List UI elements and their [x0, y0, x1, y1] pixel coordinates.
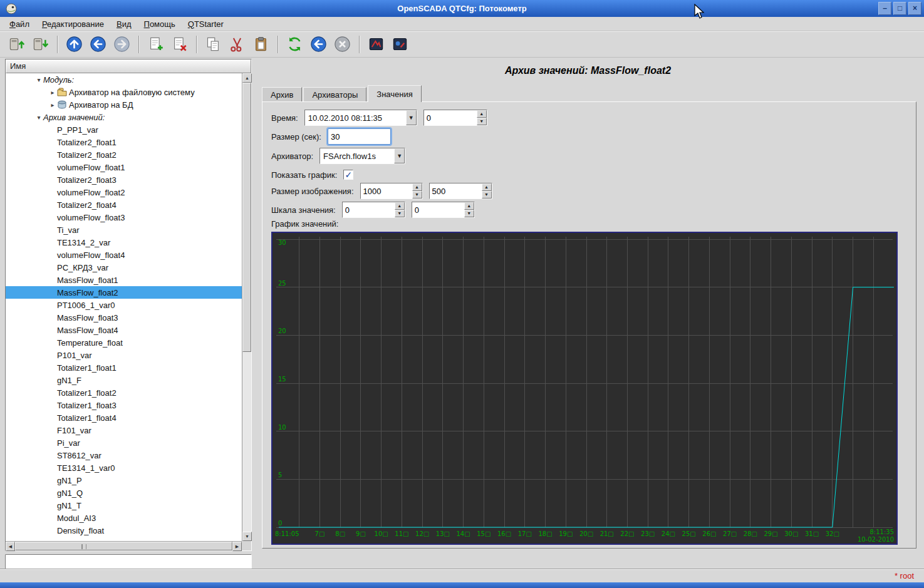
tree-item[interactable]: Totalizer2_float4 — [6, 199, 242, 211]
chevron-down-icon[interactable]: ▼ — [406, 110, 417, 125]
time-combobox[interactable]: 10.02.2010 08:11:35 ▼ — [304, 110, 417, 126]
update-start-button[interactable] — [307, 34, 330, 55]
menu-item-3[interactable]: Вид — [111, 18, 137, 30]
spin-up-icon[interactable]: ▲ — [464, 202, 474, 210]
tab-archivators[interactable]: Архиваторы — [303, 87, 366, 101]
vertical-scroll-thumb[interactable] — [242, 83, 251, 352]
tree-item[interactable]: ▸Архиватор на БД — [6, 98, 242, 111]
up-button[interactable] — [63, 34, 85, 55]
menu-item-5[interactable]: QTStarter — [182, 18, 229, 30]
scroll-right-button[interactable]: ▶ — [232, 542, 242, 551]
save-button[interactable] — [29, 34, 51, 55]
tree-filter-input[interactable] — [5, 554, 252, 569]
scale-from-spinner[interactable]: ▲▼ — [342, 202, 405, 218]
tree-item[interactable]: F101_var — [6, 424, 242, 436]
scroll-down-button[interactable]: ▼ — [242, 532, 252, 541]
tab-archive[interactable]: Архив — [262, 87, 302, 101]
scroll-up-button[interactable]: ▲ — [242, 73, 252, 83]
tree-item[interactable]: Totalizer2_float1 — [6, 136, 242, 148]
tree-item[interactable]: MassFlow_float1 — [6, 274, 242, 286]
svg-text:29□: 29□ — [764, 530, 778, 537]
tree-item[interactable]: Temperature_float — [6, 336, 242, 349]
tree-item[interactable]: Pi_var — [6, 436, 242, 449]
tree-item[interactable]: ST8612_var — [6, 449, 242, 462]
tree-item[interactable]: ▸Архиватор на файловую систему — [6, 86, 242, 98]
scroll-left-button[interactable]: ◀ — [6, 542, 15, 551]
vertical-scrollbar[interactable]: ▲ ▼ — [242, 73, 251, 541]
tree-item[interactable]: TE1314_2_var — [6, 236, 242, 249]
tree-item[interactable]: Modul_AI3 — [6, 512, 242, 524]
scale-to-spinner[interactable]: ▲▼ — [412, 202, 475, 218]
horizontal-scrollbar[interactable]: ◀ ▶ — [6, 541, 242, 550]
tree-item[interactable]: gN1_Q — [6, 487, 242, 499]
tree-item[interactable]: MassFlow_float2 — [6, 286, 242, 299]
menu-item-1[interactable]: Файл — [4, 18, 35, 30]
paste-button[interactable] — [249, 34, 272, 55]
tree-item[interactable]: P101_var — [6, 349, 242, 361]
tree-item[interactable]: P_PP1_var — [6, 123, 242, 136]
spin-up-icon[interactable]: ▲ — [482, 183, 492, 191]
tree-item[interactable]: volumeFlow_float3 — [6, 211, 242, 224]
tree-item[interactable]: Density_float — [6, 524, 242, 537]
spin-up-icon[interactable]: ▲ — [477, 110, 487, 118]
tree-item[interactable]: gN1_P — [6, 474, 242, 487]
menu-item-2[interactable]: Редактирование — [36, 18, 110, 30]
cut-button[interactable] — [226, 34, 248, 55]
image-height-spinner[interactable]: ▲▼ — [429, 183, 492, 199]
spin-down-icon[interactable]: ▼ — [477, 118, 487, 125]
tree-item[interactable]: volumeFlow_float2 — [6, 186, 242, 199]
time-offset-spinner[interactable]: ▲▼ — [423, 110, 487, 126]
archivator-combobox[interactable]: FSArch.flow1s ▼ — [319, 148, 405, 164]
tree-item[interactable]: PC_КРД3_var — [6, 261, 242, 274]
scada-tool-2-icon — [392, 36, 408, 53]
horizontal-scroll-thumb[interactable] — [15, 542, 232, 550]
tree-item[interactable]: Totalizer1_float2 — [6, 386, 242, 399]
minimize-button[interactable]: – — [878, 2, 891, 15]
maximize-button[interactable]: □ — [893, 2, 906, 15]
collapse-icon[interactable]: ▾ — [34, 114, 43, 121]
tree-item[interactable]: Totalizer2_float3 — [6, 173, 242, 186]
tree-header[interactable]: Имя — [6, 59, 251, 73]
scada-tool-2-button[interactable] — [388, 34, 411, 55]
tree-item[interactable]: ▾Архив значений: — [6, 111, 242, 123]
tree-item[interactable]: gN1_F — [6, 374, 242, 386]
tree-item[interactable]: Totalizer2_float2 — [6, 148, 242, 161]
expand-icon[interactable]: ▸ — [48, 101, 57, 108]
tree-item[interactable]: ▾Модуль: — [6, 73, 242, 86]
menu-item-4[interactable]: Помощь — [138, 18, 181, 30]
tree-item[interactable]: Totalizer1_float4 — [6, 411, 242, 424]
tree-item[interactable]: volumeFlow_float1 — [6, 161, 242, 173]
chevron-down-icon[interactable]: ▼ — [394, 148, 405, 163]
collapse-icon[interactable]: ▾ — [34, 76, 43, 83]
tree-item[interactable]: gN1_T — [6, 499, 242, 512]
size-input[interactable] — [328, 128, 391, 145]
image-width-spinner[interactable]: ▲▼ — [360, 183, 423, 199]
spin-up-icon[interactable]: ▲ — [395, 202, 405, 210]
tree-item[interactable]: volumeFlow_float4 — [6, 249, 242, 261]
tree-item[interactable]: Totalizer1_float3 — [6, 399, 242, 411]
expand-icon[interactable]: ▸ — [48, 89, 57, 96]
spin-up-icon[interactable]: ▲ — [412, 183, 422, 191]
tree-item[interactable]: PT1006_1_var0 — [6, 299, 242, 311]
spin-down-icon[interactable]: ▼ — [482, 191, 492, 199]
close-button[interactable]: × — [908, 2, 921, 15]
back-button[interactable] — [86, 34, 109, 55]
forward-button[interactable] — [110, 34, 133, 55]
delete-item-button[interactable] — [168, 34, 190, 55]
spin-down-icon[interactable]: ▼ — [464, 210, 474, 217]
tree-item[interactable]: MassFlow_float3 — [6, 311, 242, 324]
show-graph-checkbox[interactable]: ✓ — [343, 170, 353, 180]
tree-item[interactable]: TE1314_1_var0 — [6, 462, 242, 474]
spin-down-icon[interactable]: ▼ — [395, 210, 405, 217]
load-button[interactable] — [5, 34, 28, 55]
scada-tool-1-button[interactable] — [365, 34, 387, 55]
tree-item[interactable]: MassFlow_float4 — [6, 324, 242, 336]
spin-down-icon[interactable]: ▼ — [412, 191, 422, 199]
stop-button[interactable] — [331, 34, 353, 55]
refresh-button[interactable] — [283, 34, 306, 55]
tab-values[interactable]: Значения — [368, 85, 421, 102]
copy-button[interactable] — [202, 34, 224, 55]
tree-item[interactable]: Ti_var — [6, 224, 242, 236]
tree-item[interactable]: Totalizer1_float1 — [6, 361, 242, 374]
add-item-button[interactable] — [144, 34, 167, 55]
